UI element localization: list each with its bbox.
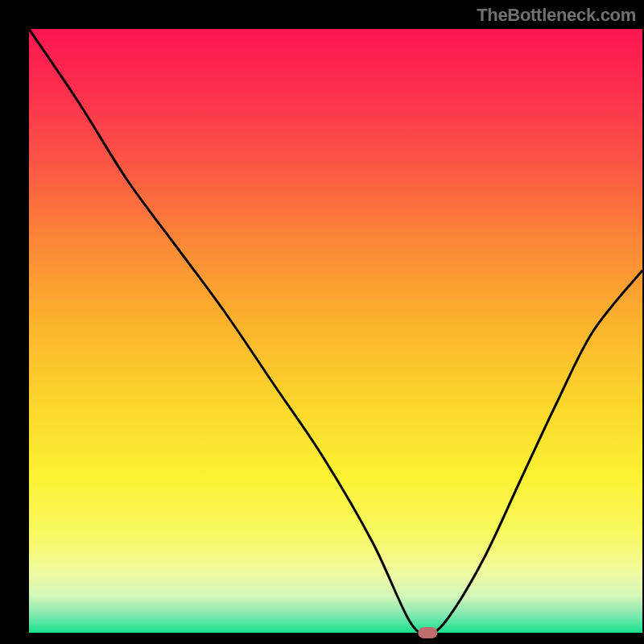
bottleneck-chart [0,0,644,644]
minimum-marker [418,627,437,638]
gradient-background [29,29,642,633]
